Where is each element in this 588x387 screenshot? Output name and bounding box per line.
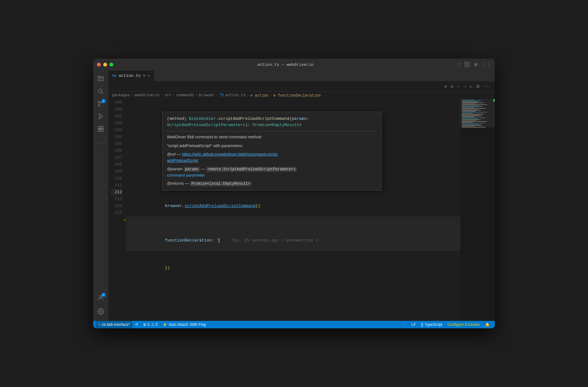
tab-close-button[interactable]: ✕ <box>148 74 150 78</box>
close-button[interactable] <box>97 63 101 66</box>
arrow-right-icon[interactable]: → <box>463 84 466 89</box>
breadcrumb-sep-1: › <box>131 93 134 98</box>
line-numbers: 199 200 201 202 203 204 205 206 207 208 … <box>108 99 125 321</box>
code-paren-close: ) <box>168 266 170 270</box>
minimap <box>460 99 495 321</box>
sidebar-item-explorer[interactable] <box>95 73 106 84</box>
sidebar-item-source-control[interactable]: 2 <box>95 98 106 109</box>
hover-class-name: BidiHandler <box>189 116 216 121</box>
line-num-211: 211 <box>111 182 122 189</box>
hover-param-name: params <box>292 116 307 121</box>
sidebar-item-search[interactable] <box>95 86 106 97</box>
editor-content: 199 200 201 202 203 204 205 206 207 208 … <box>108 99 495 321</box>
maximize-button[interactable] <box>110 63 113 66</box>
circle-icon[interactable]: ○ <box>457 84 460 89</box>
line-num-208: 208 <box>111 161 122 168</box>
sidebar-item-account[interactable]: 2 <box>95 292 106 303</box>
person-icon: 👤 <box>402 322 406 327</box>
vscode-window: action.ts — webdriverio ⬚ ⬛ ⊞ ⋮⋮ <box>93 59 495 328</box>
editor-toolbar: ⇄ ◎ ○ → ▷ ⧉ ··· <box>108 82 495 92</box>
editor-area: TS action.ts M ✕ ⇄ ◎ ○ → ▷ ⧉ ··· <box>108 71 495 321</box>
code-method-link[interactable]: scriptAddPreloadScriptCommand <box>184 204 255 208</box>
breadcrumb-src[interactable]: src <box>164 93 171 98</box>
code-area[interactable]: (method) BidiHandler.scriptAddPreloadScr… <box>125 99 460 321</box>
more-icon: ··· <box>96 140 106 146</box>
line-num-201: 201 <box>111 113 122 120</box>
status-branch[interactable]: ⑂ cb-bidi-interface* <box>96 321 132 328</box>
tab-action-ts[interactable]: TS action.ts M ✕ <box>108 71 154 81</box>
tab-bar: TS action.ts M ✕ <box>108 71 495 82</box>
sidebar-item-run[interactable] <box>95 111 106 122</box>
error-count: 0 <box>147 322 150 327</box>
breadcrumb-browser[interactable]: browser <box>199 93 215 98</box>
hover-param-desc: command parameter <box>167 173 205 178</box>
hover-param-inline: params <box>184 167 200 172</box>
bell-icon: 🔔 <box>485 322 490 327</box>
hover-url: @url — https://w3c.github.io/webdriver-b… <box>167 151 377 163</box>
auto-attach-label: Auto Attach: With Flag <box>168 322 206 327</box>
breadcrumb-action-ts[interactable]: action.ts <box>225 93 246 98</box>
files-icon <box>97 75 104 82</box>
hover-popup: (method) BidiHandler.scriptAddPreloadScr… <box>162 112 382 191</box>
sidebar-item-extensions[interactable] <box>95 123 106 135</box>
breadcrumb-packages[interactable]: packages <box>112 93 130 98</box>
code-brace-open: { <box>258 204 260 208</box>
ts-badge: TS <box>112 74 116 78</box>
svg-rect-10 <box>101 126 103 129</box>
hover-param-row: @param params — remote.ScriptAddPreloadS… <box>167 166 377 178</box>
diff-toggle-icon[interactable]: ⇄ <box>444 84 447 89</box>
status-auto-attach[interactable]: ⚡ Auto Attach: With Flag <box>160 321 208 328</box>
branch-name: cb-bidi-interface* <box>102 322 130 327</box>
breadcrumb-webdriverio[interactable]: webdriverio <box>135 93 160 98</box>
hover-divider <box>167 131 377 131</box>
code-bracket-close: } <box>165 266 168 270</box>
breadcrumb-sep-6: › <box>247 93 249 98</box>
svg-line-4 <box>101 92 103 93</box>
status-format[interactable]: {} TypeScript <box>418 321 445 328</box>
hover-method-name: scriptAddPreloadScriptCommand <box>218 116 289 121</box>
svg-rect-11 <box>98 129 100 131</box>
status-sync[interactable]: ↺ <box>132 321 141 328</box>
hover-url-link[interactable]: https://w3c.github.io/webdriver-bidi/#co… <box>167 152 278 163</box>
hover-returns: @returns — Promise<local.EmptyResult> <box>167 180 377 187</box>
minimize-button[interactable] <box>103 63 107 66</box>
hover-description-2: "script.addPreloadScript" with parameter… <box>167 143 377 149</box>
svg-rect-12 <box>101 129 103 131</box>
status-errors[interactable]: ⊗ 0 ⚠ 0 <box>141 321 160 328</box>
svg-rect-2 <box>99 79 102 79</box>
breadcrumb-commands[interactable]: commands <box>176 93 194 98</box>
status-eol[interactable]: LF <box>409 321 418 328</box>
svg-point-14 <box>100 310 102 312</box>
code-lines: browser.scriptAddPreloadScriptCommand({ … <box>126 189 460 278</box>
breadcrumb-ts-icon: TS <box>219 93 224 98</box>
tab-modified-indicator: M <box>143 74 145 78</box>
panel-toggle-icon[interactable]: ⬛ <box>464 61 470 68</box>
breadcrumb-function-declaration[interactable]: ⚙ functionDeclaration <box>273 93 321 98</box>
svg-point-5 <box>98 101 100 103</box>
status-configure-excludes[interactable]: Configure Excludes <box>445 321 483 328</box>
configure-label: Configure Excludes <box>447 322 480 327</box>
mark-icon[interactable]: ◎ <box>451 84 453 89</box>
sidebar-item-settings[interactable] <box>95 306 106 317</box>
more-actions-icon[interactable]: ··· <box>483 84 491 89</box>
breadcrumb-sep-3: › <box>173 93 175 98</box>
hover-empty-result: EmptyResult <box>272 123 299 127</box>
line-num-209: 209 <box>111 168 122 175</box>
layout-icon[interactable]: ⊞ <box>474 61 477 68</box>
status-notifications[interactable]: 🔔 <box>483 321 492 328</box>
hover-param-tag: @param <box>167 167 183 171</box>
status-bar: ⑂ cb-bidi-interface* ↺ ⊗ 0 ⚠ 0 ⚡ Auto At… <box>93 321 495 328</box>
svg-point-3 <box>99 89 102 93</box>
breadcrumb-sep-4: › <box>195 93 198 98</box>
customize-layout-icon[interactable]: ⋮⋮ <box>481 61 491 68</box>
split-editor-icon[interactable]: ⧉ <box>476 84 479 89</box>
run-icon[interactable]: ▷ <box>470 84 472 89</box>
sidebar-toggle-icon[interactable]: ⬚ <box>457 61 461 68</box>
breadcrumb-action-symbol[interactable]: ⊙ action <box>250 93 269 98</box>
line-num-205: 205 <box>111 140 122 147</box>
lightning-icon: ⚡ <box>163 322 167 327</box>
breadcrumb-sep-5: › <box>216 93 218 98</box>
cursor <box>219 238 219 243</box>
sidebar-item-more[interactable]: ··· <box>95 138 106 149</box>
status-person[interactable]: 👤 <box>399 321 409 328</box>
